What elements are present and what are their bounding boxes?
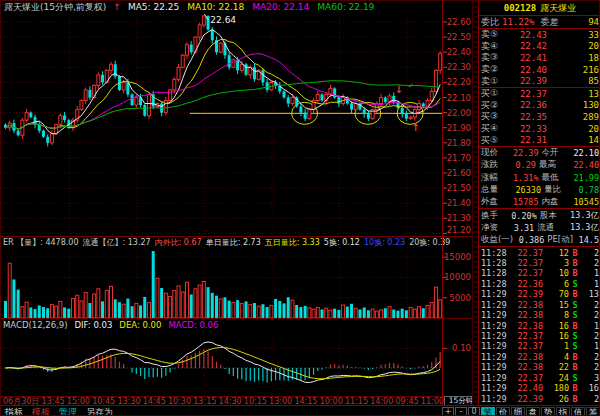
ask-row[interactable]: 卖②22.40216 <box>479 64 600 76</box>
tick-side: B <box>569 362 581 372</box>
zoom-reset-button[interactable]: 0 <box>468 407 480 416</box>
svg-text:5000: 5000 <box>449 293 471 303</box>
tick-count: 1 <box>581 321 599 331</box>
tick-volume: 24 <box>543 373 569 383</box>
svg-text:22.40: 22.40 <box>447 47 471 57</box>
panel-tab-盘[interactable]: 盘 <box>526 407 540 416</box>
ma-legend-item: MA10: 22.18 <box>187 2 244 12</box>
ask-row[interactable]: 卖③22.4118 <box>479 52 600 64</box>
tick-price: 22.39 <box>509 394 543 404</box>
tick-time: 11:28 <box>481 268 509 278</box>
info-value: 13.3亿 <box>554 222 599 234</box>
macd-chart[interactable]: 0.10 <box>1 330 478 396</box>
tick-count: 2 <box>581 331 599 341</box>
svg-text:↓: ↓ <box>394 84 402 95</box>
tick-row: 11:2922.3970B13 <box>479 289 600 299</box>
svg-text:22.30: 22.30 <box>447 62 471 72</box>
tick-row: 11:2922.3716S2 <box>479 331 600 341</box>
svg-text:21.90: 21.90 <box>447 123 471 133</box>
level-volume: 33 <box>547 30 599 40</box>
panel-tab-指[interactable]: 指 <box>556 407 570 416</box>
toolbar-button-指标[interactable]: 指标 <box>5 407 23 416</box>
panel-tab-势[interactable]: 势 <box>541 407 555 416</box>
info-value: 15785 <box>498 197 539 207</box>
tick-row: 11:2922.384B2 <box>479 352 600 362</box>
ask-row[interactable]: 卖①22.3985 <box>479 75 600 87</box>
bid-row[interactable]: 买④22.3320 <box>479 123 600 135</box>
tick-row: 11:2922.371S1 <box>479 341 600 351</box>
info-value: 14.5 <box>573 235 599 245</box>
tick-time: 11:28 <box>481 258 509 268</box>
tick-volume: 4 <box>543 352 569 362</box>
info-value: 0.78 <box>561 185 599 195</box>
info-row: 总量26330量比0.78 <box>479 184 600 196</box>
svg-text:✓: ✓ <box>408 82 414 90</box>
candlestick-chart[interactable]: 22.6022.5022.4022.3022.2022.1022.0021.90… <box>1 14 478 236</box>
info-row: 外盘15785内盘10545 <box>479 196 600 208</box>
svg-text:21.70: 21.70 <box>447 153 471 163</box>
tick-side: S <box>569 341 581 351</box>
panel-tab-值[interactable]: 值 <box>571 407 585 416</box>
tick-time: 11:29 <box>481 394 509 404</box>
bottom-toolbar: 指标模板管理另存为 +-0笔价细盘势指值筹 <box>1 405 600 416</box>
info-value: 26330 <box>498 185 541 195</box>
tick-row: 11:2922.388S2 <box>479 310 600 320</box>
toolbar-button-另存为[interactable]: 另存为 <box>86 407 113 416</box>
level-price: 22.39 <box>507 76 547 86</box>
info-row: 现价22.39今开22.10 <box>479 147 600 159</box>
tick-count: 1 <box>581 341 599 351</box>
toolbar-button-模板[interactable]: 模板 <box>32 407 50 416</box>
tick-count: 1 <box>581 268 599 278</box>
tick-price: 22.40 <box>509 383 543 393</box>
ask-row[interactable]: 卖⑤22.4333 <box>479 29 600 41</box>
tick-side: S <box>569 310 581 320</box>
zoom-in-button[interactable]: + <box>442 407 454 416</box>
tick-price: 22.37 <box>509 268 543 278</box>
tick-volume: 180 <box>543 383 569 393</box>
panel-tab-价[interactable]: 价 <box>496 407 510 416</box>
zoom-out-button[interactable]: - <box>455 407 467 416</box>
volume-chart[interactable]: 15000100005000 <box>1 247 478 318</box>
tick-count: 1 <box>581 279 599 289</box>
tick-row: 11:2822.3710B1 <box>479 268 600 278</box>
stock-name: 露天煤业 <box>540 2 576 15</box>
tick-time: 11:29 <box>481 383 509 393</box>
time-and-sales-list[interactable]: 11:2822.3712B211:2822.373B211:2822.3710B… <box>479 247 600 405</box>
svg-text:0.10: 0.10 <box>452 343 471 353</box>
svg-text:21.50: 21.50 <box>447 183 471 193</box>
ask-row[interactable]: 卖④22.4220 <box>479 41 600 53</box>
panel-tab-筹[interactable]: 筹 <box>586 407 600 416</box>
tick-side: S <box>569 373 581 383</box>
tick-time: 11:29 <box>481 300 509 310</box>
tick-side: B <box>569 248 581 258</box>
tick-price: 22.37 <box>509 258 543 268</box>
bid-row[interactable]: 买①22.3713 <box>479 88 600 100</box>
panel-tab-细[interactable]: 细 <box>511 407 525 416</box>
level-price: 22.43 <box>507 30 547 40</box>
tick-time: 11:28 <box>481 248 509 258</box>
tick-volume: 26 <box>543 394 569 404</box>
tick-side: B <box>569 383 581 393</box>
toolbar-button-管理[interactable]: 管理 <box>59 407 77 416</box>
tick-side: B <box>569 289 581 299</box>
tick-price: 22.36 <box>509 279 543 289</box>
level-price: 22.41 <box>507 53 547 63</box>
ma-legend: MA5: 22.25MA10: 22.18MA20: 22.14MA60: 22… <box>128 1 382 14</box>
info-value: 22.39 <box>498 148 539 158</box>
panel-tab-笔[interactable]: 笔 <box>481 407 495 416</box>
tick-side: B <box>569 394 581 404</box>
stock-code: 002128 <box>504 3 537 13</box>
level-volume: 20 <box>547 41 599 51</box>
tick-row: 11:2922.3822B2 <box>479 362 600 372</box>
bid-row[interactable]: 买②22.36130 <box>479 100 600 112</box>
bid-row[interactable]: 买⑤22.3114 <box>479 134 600 146</box>
svg-text:22.64: 22.64 <box>210 15 236 25</box>
stock-title: 露天煤业(15分钟,前复权) <box>4 1 106 14</box>
level-volume: 13 <box>547 89 599 99</box>
bid-row[interactable]: 买③22.35289 <box>479 111 600 123</box>
info-label: 最低 <box>542 172 559 184</box>
tick-side: B <box>569 352 581 362</box>
weibi-value: 11.22% <box>502 17 535 27</box>
axis-frame-line <box>442 1 443 405</box>
info-row: 涨幅1.31%最低21.99 <box>479 172 600 184</box>
